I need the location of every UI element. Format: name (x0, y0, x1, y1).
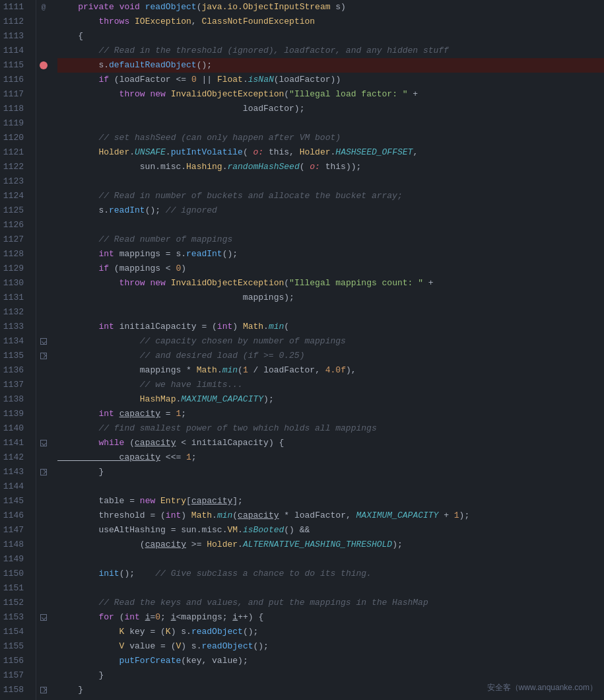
code-line-1114[interactable]: // Read in the threshold (ignored), load… (57, 44, 604, 58)
gutter-1143[interactable] (36, 465, 51, 479)
code-line-1137[interactable]: // we have limits... (57, 378, 604, 392)
fn-readInt2: readInt (186, 247, 222, 262)
punct: + (413, 87, 418, 102)
code-line-1141[interactable]: while (capacity < initialCapacity) { (57, 436, 604, 450)
fold-icon[interactable] (40, 353, 47, 359)
var-s2: s. (57, 58, 109, 73)
code-line-1152[interactable]: // Read the keys and values, and put the… (57, 596, 604, 610)
var-s4: s. (176, 247, 186, 262)
code-line-1143[interactable]: } (57, 465, 604, 479)
ln-1152: 1152 (0, 596, 29, 610)
gutter-1147 (36, 523, 51, 538)
type-VM: VM (227, 523, 238, 538)
punct: ), (346, 363, 356, 378)
code-line-1128[interactable]: int mappings = s.readInt(); (57, 247, 604, 262)
punct: () && (284, 523, 310, 538)
code-line-1138[interactable]: HashMap.MAXIMUM_CAPACITY); (57, 392, 604, 407)
code-line-1136[interactable]: mappings * Math.min(1 / loadFactor, 4.0f… (57, 363, 604, 378)
code-line-1111[interactable]: private void readObject(java.io.ObjectIn… (57, 0, 604, 15)
gutter-1153[interactable] (36, 610, 51, 625)
punct: ( (197, 0, 202, 15)
punct: = ( (150, 625, 165, 639)
gutter-1146 (36, 508, 51, 523)
code-line-1117[interactable]: throw new InvalidObjectException("Illega… (57, 87, 604, 102)
gutter-1129 (36, 262, 51, 276)
gutter-1158[interactable] (36, 683, 51, 697)
kw-throws: throws (57, 15, 135, 29)
punct: . (331, 145, 336, 160)
gutter-1139 (36, 407, 51, 421)
code-line-1135[interactable]: // and desired load (if >= 0.25) (57, 349, 604, 363)
code-line-1121[interactable]: Holder.UNSAFE.putIntVolatile( o: this, H… (57, 145, 604, 160)
var-lf3: loadFactor (57, 102, 294, 116)
param-o: o: (253, 145, 263, 160)
code-line-1131[interactable]: mappings); (57, 291, 604, 305)
punct: + (428, 276, 434, 291)
gutter-1155 (36, 639, 51, 654)
punct: ; (181, 407, 186, 421)
punct: >= (186, 538, 207, 552)
code-line-1127[interactable]: // Read number of mappings (57, 232, 604, 247)
code-line-1122[interactable]: sun.misc.Hashing.randomHashSeed( o: this… (57, 160, 604, 174)
code-line-1139[interactable]: int capacity = 1; (57, 407, 604, 421)
code-line-1153[interactable]: for (int i=0; i<mappings; i++) { (57, 610, 604, 625)
code-line-1125[interactable]: s.readInt(); // ignored (57, 203, 604, 218)
breakpoint-icon[interactable] (40, 61, 48, 69)
code-line-1116[interactable]: if (loadFactor <= 0 || Float.isNaN(loadF… (57, 73, 604, 87)
code-line-1119 (57, 116, 604, 131)
code-line-1140[interactable]: // find smallest power of two which hold… (57, 421, 604, 436)
code-line-1145[interactable]: table = new Entry[capacity]; (57, 494, 604, 508)
kw-int6: int (166, 508, 181, 523)
code-line-1120[interactable]: // set hashSeed (can only happen after V… (57, 131, 604, 145)
punct: / (248, 363, 263, 378)
code-line-1156[interactable]: putForCreate(key, value); (57, 654, 604, 668)
watermark: 安全客（www.anquanke.com） (487, 680, 597, 695)
fold-icon[interactable] (40, 614, 47, 621)
punct: ) (181, 508, 191, 523)
type-V: V (57, 639, 129, 654)
code-line-1118[interactable]: loadFactor); (57, 102, 604, 116)
code-line-1155[interactable]: V value = (V) s.readObject(); (57, 639, 604, 654)
gutter-1144 (36, 479, 51, 494)
var-mappings4: mappings (57, 363, 186, 378)
num-4f: 4.0f (325, 363, 346, 378)
code-line-1134[interactable]: // capacity chosen by number of mappings (57, 334, 604, 349)
punct: )) (331, 73, 341, 87)
code-line-1113[interactable]: { (57, 29, 604, 44)
code-line-1115[interactable]: s.defaultReadObject(); (57, 58, 604, 73)
code-line-1144 (57, 479, 604, 494)
punct: ); (284, 291, 294, 305)
code-line-1150[interactable]: init(); // Give subclass a chance to do … (57, 567, 604, 581)
gutter-1134[interactable] (36, 334, 51, 349)
code-line-1146[interactable]: threshold = (int) Math.min(capacity * lo… (57, 508, 604, 523)
ln-1150: 1150 (0, 567, 29, 581)
punct: . (222, 160, 228, 174)
code-line-1130[interactable]: throw new InvalidObjectException("Illega… (57, 276, 604, 291)
var-value: value (129, 639, 160, 654)
type-javaio: java.io.ObjectInputStream (201, 0, 330, 15)
code-line-1129[interactable]: if (mappings < 0) (57, 262, 604, 276)
fold-icon[interactable] (40, 469, 47, 475)
punct-brace: { (57, 29, 83, 44)
var-lf5: loadFactor (294, 508, 346, 523)
fold-icon[interactable] (40, 687, 47, 693)
code-line-1147[interactable]: useAltHashing = sun.misc.VM.isBooted() &… (57, 523, 604, 538)
ln-1149: 1149 (0, 552, 29, 567)
punct: . (129, 145, 135, 160)
code-line-1148[interactable]: (capacity >= Holder.ALTERNATIVE_HASHING_… (57, 538, 604, 552)
code-line-1154[interactable]: K key = (K) s.readObject(); (57, 625, 604, 639)
code-line-1133[interactable]: int initialCapacity = (int) Math.min( (57, 320, 604, 334)
var-key2: key (186, 654, 201, 668)
fold-icon[interactable] (40, 338, 47, 345)
var-i3: i (232, 610, 238, 625)
gutter-1135[interactable] (36, 349, 51, 363)
gutter-1116 (36, 73, 51, 87)
code-line-1124[interactable]: // Read in number of buckets and allocat… (57, 189, 604, 203)
ln-1155: 1155 (0, 639, 29, 654)
code-line-1142[interactable]: capacity <<= 1; (57, 450, 604, 465)
gutter-1141[interactable] (36, 436, 51, 450)
num-1d: 1 (454, 508, 459, 523)
ln-1157: 1157 (0, 668, 29, 683)
code-line-1112[interactable]: throws IOException, ClassNotFoundExcepti… (57, 15, 604, 29)
fold-icon[interactable] (40, 440, 47, 446)
